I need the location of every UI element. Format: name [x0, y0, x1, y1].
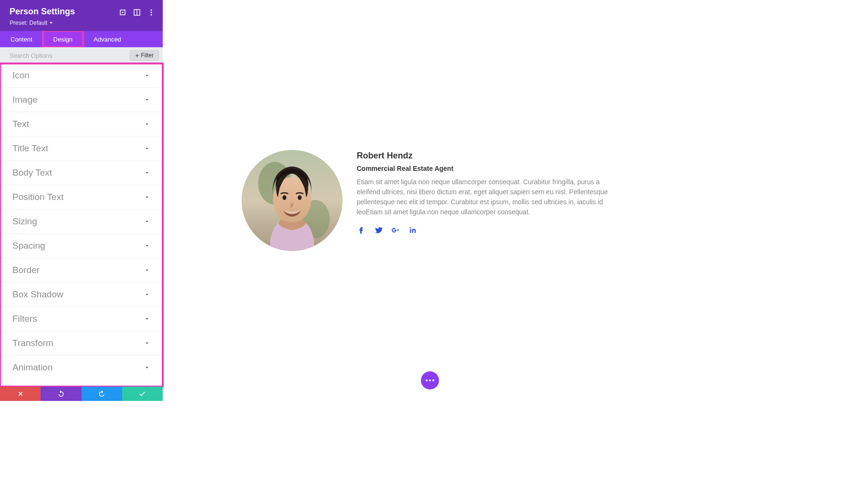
filter-button[interactable]: Filter	[130, 50, 159, 61]
header: Person Settings Preset: Default	[0, 0, 163, 31]
option-label: Animation	[12, 362, 53, 373]
chevron-down-icon	[144, 340, 150, 346]
option-sizing[interactable]: Sizing	[0, 210, 163, 234]
person-module: Robert Hendz Commercial Real Estate Agen…	[241, 150, 618, 251]
svg-point-1	[122, 12, 124, 13]
split-view-icon[interactable]	[133, 9, 141, 16]
preview-area: Robert Hendz Commercial Real Estate Agen…	[163, 0, 697, 401]
settings-sidebar: Person Settings Preset: Default Content …	[0, 0, 163, 401]
design-options-list: Icon Image Text Title Text Body Text Pos…	[0, 63, 163, 387]
option-filters[interactable]: Filters	[0, 307, 163, 331]
option-title-text[interactable]: Title Text	[0, 136, 163, 161]
tab-advanced[interactable]: Advanced	[83, 31, 132, 47]
tab-design[interactable]: Design	[43, 31, 83, 47]
tabs: Content Design Advanced	[0, 31, 163, 47]
option-label: Icon	[12, 70, 30, 81]
chevron-down-icon	[144, 242, 150, 249]
header-actions	[119, 9, 155, 16]
chevron-down-icon	[144, 169, 150, 176]
option-label: Image	[12, 94, 38, 105]
svg-point-4	[151, 10, 152, 11]
chevron-down-icon	[144, 267, 150, 273]
search-bar: Filter	[0, 47, 163, 63]
option-image[interactable]: Image	[0, 88, 163, 112]
tab-content[interactable]: Content	[0, 31, 43, 47]
person-avatar	[241, 150, 343, 251]
footer-actions	[0, 387, 163, 401]
chevron-down-icon	[144, 364, 150, 371]
person-name: Robert Hendz	[357, 151, 618, 161]
option-label: Spacing	[12, 241, 45, 251]
option-label: Title Text	[12, 143, 48, 154]
option-label: Sizing	[12, 216, 37, 227]
chevron-down-icon	[144, 121, 150, 127]
option-label: Filters	[12, 314, 37, 324]
more-dots-icon	[426, 379, 434, 381]
chevron-down-icon	[144, 72, 150, 79]
fab-more-button[interactable]	[421, 371, 439, 389]
person-info: Robert Hendz Commercial Real Estate Agen…	[357, 150, 618, 234]
chevron-down-icon	[144, 315, 150, 322]
option-text[interactable]: Text	[0, 112, 163, 136]
twitter-icon[interactable]	[374, 226, 383, 234]
redo-button[interactable]	[82, 387, 122, 401]
chevron-down-icon	[144, 145, 150, 152]
option-animation[interactable]: Animation	[0, 356, 163, 379]
googleplus-icon[interactable]	[391, 226, 400, 234]
chevron-down-icon	[144, 96, 150, 103]
search-input[interactable]	[10, 52, 125, 59]
chevron-down-icon	[144, 291, 150, 298]
facebook-icon[interactable]	[357, 226, 366, 234]
option-icon[interactable]: Icon	[0, 63, 163, 88]
option-label: Transform	[12, 338, 53, 348]
undo-button[interactable]	[41, 387, 81, 401]
option-label: Position Text	[12, 192, 63, 202]
option-position-text[interactable]: Position Text	[0, 185, 163, 210]
social-links	[357, 226, 618, 234]
option-label: Text	[12, 119, 29, 129]
option-transform[interactable]: Transform	[0, 331, 163, 356]
svg-point-12	[283, 195, 286, 200]
save-button[interactable]	[122, 387, 163, 401]
chevron-down-icon	[144, 194, 150, 200]
more-icon[interactable]	[147, 9, 155, 16]
preset-selector[interactable]: Preset: Default	[10, 20, 153, 26]
svg-point-13	[298, 195, 302, 200]
linkedin-icon[interactable]	[409, 226, 417, 234]
person-position: Commercial Real Estate Agent	[357, 165, 618, 172]
option-body-text[interactable]: Body Text	[0, 161, 163, 185]
cancel-button[interactable]	[0, 387, 41, 401]
option-label: Border	[12, 265, 40, 275]
option-spacing[interactable]: Spacing	[0, 234, 163, 258]
expand-icon[interactable]	[119, 9, 126, 16]
option-border[interactable]: Border	[0, 258, 163, 283]
chevron-down-icon	[144, 218, 150, 225]
option-box-shadow[interactable]: Box Shadow	[0, 283, 163, 307]
option-label: Body Text	[12, 168, 52, 178]
svg-point-6	[151, 14, 152, 16]
person-body: Etiam sit amet ligula non neque ullamcor…	[357, 177, 618, 217]
svg-point-5	[151, 12, 152, 13]
option-label: Box Shadow	[12, 289, 63, 300]
